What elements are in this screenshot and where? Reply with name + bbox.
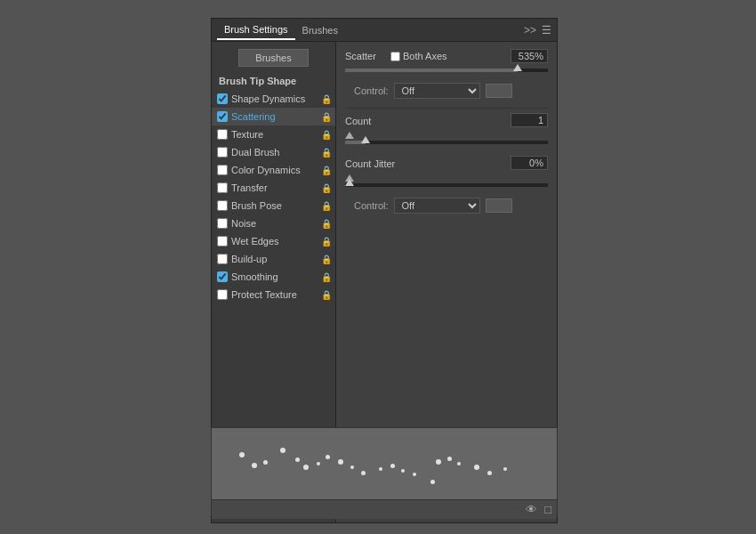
smoothing-lock: 🔒 (321, 272, 332, 282)
wet-edges-checkbox[interactable] (217, 236, 228, 247)
control2-label: Control: (345, 200, 389, 211)
preview-crop-icon[interactable]: □ (544, 503, 551, 516)
preview-dot (338, 459, 343, 465)
sidebar-item-dual-brush[interactable]: Dual Brush 🔒 (212, 143, 335, 161)
count-slider-container (345, 130, 548, 150)
scatter-slider-thumb[interactable] (513, 64, 522, 71)
count-jitter-row: Count Jitter (345, 155, 548, 171)
texture-checkbox[interactable] (217, 129, 228, 140)
preview-dot (457, 462, 461, 465)
wet-edges-label: Wet Edges (231, 236, 319, 247)
sidebar-item-brush-pose[interactable]: Brush Pose 🔒 (212, 197, 335, 214)
count-slider-thumb[interactable] (361, 136, 370, 143)
panel-header: Brush Settings Brushes >> ☰ (212, 19, 557, 42)
panel-menu-icon[interactable]: ☰ (542, 24, 551, 36)
texture-label: Texture (231, 129, 319, 140)
preview-dot (317, 462, 320, 465)
scattering-checkbox[interactable] (217, 111, 228, 122)
count-jitter-slider-thumb[interactable] (345, 179, 354, 186)
preview-dot (303, 465, 309, 470)
preview-dot (474, 465, 479, 470)
both-axes-checkbox[interactable] (390, 52, 400, 61)
preview-dot (390, 464, 395, 468)
count-jitter-label: Count Jitter (345, 158, 395, 169)
sidebar-item-protect-texture[interactable]: Protect Texture 🔒 (212, 286, 335, 303)
preview-dot (413, 473, 416, 476)
panel-forward-icon[interactable]: >> (524, 24, 536, 36)
brush-pose-label: Brush Pose (231, 200, 319, 211)
noise-lock: 🔒 (321, 219, 332, 229)
dual-brush-label: Dual Brush (231, 147, 319, 158)
buildup-lock: 🔒 (321, 255, 332, 264)
sidebar-item-scattering[interactable]: Scattering 🔒 (212, 108, 335, 125)
preview-area: 👁 □ (211, 427, 558, 516)
transfer-label: Transfer (231, 182, 319, 193)
count-triangle[interactable] (345, 132, 354, 139)
preview-dot (326, 455, 330, 459)
both-axes-text: Both Axes (403, 51, 447, 61)
color-dynamics-checkbox[interactable] (217, 165, 228, 175)
preview-dot (379, 467, 382, 471)
sidebar-item-color-dynamics[interactable]: Color Dynamics 🔒 (212, 161, 335, 179)
control1-row: Control: Off Fade Pen Pressure Pen Tilt … (345, 83, 548, 99)
scattering-label: Scattering (231, 111, 319, 122)
preview-dot (295, 457, 300, 462)
sidebar-item-wet-edges[interactable]: Wet Edges 🔒 (212, 232, 335, 250)
scatter-value[interactable] (511, 49, 548, 63)
preview-dot (401, 469, 405, 473)
transfer-checkbox[interactable] (217, 182, 228, 193)
preview-dot (361, 471, 366, 475)
sidebar-item-texture[interactable]: Texture 🔒 (212, 125, 335, 143)
shape-dynamics-checkbox[interactable] (217, 93, 228, 104)
scatter-row: Scatter Both Axes (345, 49, 548, 63)
divider1 (345, 108, 548, 109)
preview-dot (436, 459, 441, 465)
tab-brushes[interactable]: Brushes (295, 21, 345, 39)
buildup-checkbox[interactable] (217, 254, 228, 264)
preview-dot (280, 448, 286, 453)
color-dynamics-lock: 🔒 (321, 166, 332, 175)
preview-canvas (212, 428, 557, 499)
texture-lock: 🔒 (321, 130, 332, 140)
sidebar-item-noise[interactable]: Noise 🔒 (212, 214, 335, 232)
both-axes-label[interactable]: Both Axes (390, 51, 447, 61)
count-jitter-value[interactable] (511, 156, 548, 170)
smoothing-label: Smoothing (231, 271, 319, 282)
brush-tip-shape-header: Brush Tip Shape (212, 74, 335, 90)
scatter-slider-track[interactable] (345, 69, 548, 72)
sidebar-item-shape-dynamics[interactable]: Shape Dynamics 🔒 (212, 90, 335, 108)
dual-brush-checkbox[interactable] (217, 147, 228, 158)
scatter-slider-fill (345, 69, 518, 72)
preview-eye-icon[interactable]: 👁 (526, 503, 537, 516)
count-row: Count (345, 112, 548, 128)
control1-select[interactable]: Off Fade Pen Pressure Pen Tilt Stylus Wh… (394, 83, 480, 99)
preview-dot (447, 457, 452, 461)
preview-dot (430, 480, 435, 484)
tab-brush-settings[interactable]: Brush Settings (217, 20, 295, 40)
preview-dot (239, 452, 245, 457)
control2-select[interactable]: Off Fade Pen Pressure Pen Tilt Stylus Wh… (394, 198, 480, 214)
sidebar-item-smoothing[interactable]: Smoothing 🔒 (212, 268, 335, 286)
count-slider-track[interactable] (345, 141, 548, 144)
wet-edges-lock: 🔒 (321, 237, 332, 247)
scatter-slider-container (345, 67, 548, 77)
smoothing-checkbox[interactable] (217, 271, 228, 282)
shape-dynamics-lock: 🔒 (321, 94, 332, 104)
count-jitter-slider-track[interactable] (345, 183, 548, 187)
brush-pose-checkbox[interactable] (217, 200, 228, 211)
protect-texture-lock: 🔒 (321, 290, 332, 300)
count-jitter-slider-container (345, 173, 548, 192)
preview-dot (487, 471, 492, 475)
panel-header-icons: >> ☰ (524, 24, 551, 36)
sidebar-item-buildup[interactable]: Build-up 🔒 (212, 250, 335, 268)
count-value[interactable] (511, 113, 548, 127)
sidebar-item-transfer[interactable]: Transfer 🔒 (212, 179, 335, 197)
control2-swatch (486, 198, 512, 213)
preview-dot (350, 465, 354, 469)
protect-texture-checkbox[interactable] (217, 289, 228, 300)
noise-checkbox[interactable] (217, 218, 228, 229)
scattering-lock: 🔒 (321, 112, 332, 122)
scatter-label: Scatter (345, 51, 385, 61)
count-label: Count (345, 116, 371, 126)
brushes-button[interactable]: Brushes (238, 49, 308, 67)
